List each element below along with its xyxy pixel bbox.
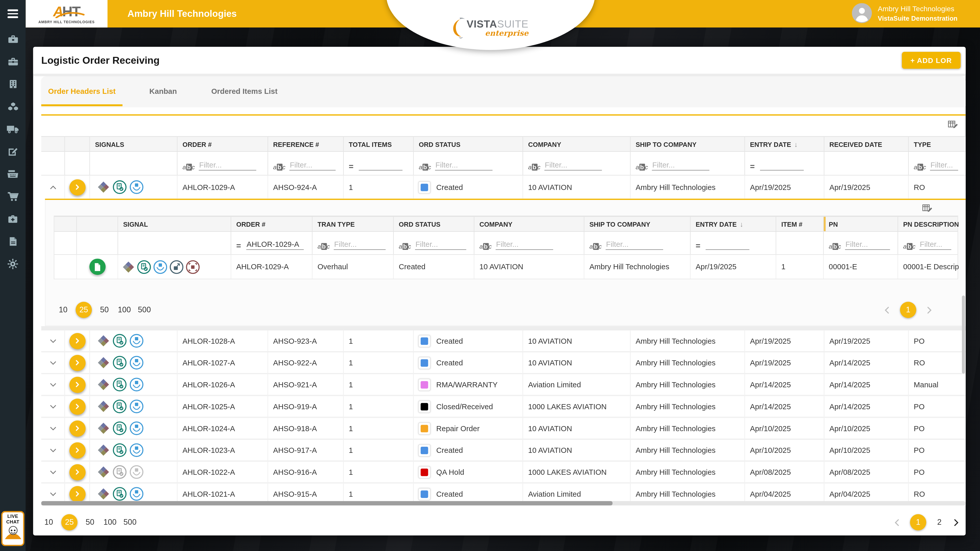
company-logo[interactable]: AHT AMBRY HILL TECHNOLOGIES (25, 0, 107, 27)
filter-input-ship-to-company[interactable]: Filter... (652, 160, 709, 171)
horizontal-scrollbar[interactable] (41, 501, 966, 505)
column-header-tran-type[interactable]: TRAN TYPE (312, 217, 394, 231)
gear-icon[interactable] (6, 258, 19, 270)
filter-operation-icon[interactable]: abc (636, 164, 648, 171)
column-header-total-items[interactable]: TOTAL ITEMS (344, 137, 414, 151)
open-order-button[interactable] (69, 333, 86, 349)
page-number-1[interactable]: 1 (900, 302, 916, 318)
table-row[interactable]: AHLOR-1023-A AHSO-917-A 1 Created 10 AVI… (41, 440, 966, 462)
table-row[interactable]: AHLOR-1026-A AHSO-921-A 1 RMA/WARRANTY A… (41, 374, 966, 396)
expand-row-button[interactable] (41, 396, 65, 417)
filter-operation-icon[interactable]: abc (914, 164, 926, 171)
open-order-button[interactable] (69, 486, 86, 502)
page-size-option-25[interactable]: 25 (75, 302, 92, 318)
page-size-option-50[interactable]: 50 (83, 518, 97, 527)
filter-operation-icon[interactable]: abc (829, 243, 841, 250)
open-item-document-button[interactable] (89, 259, 105, 275)
page-size-option-50[interactable]: 50 (97, 305, 112, 314)
tab-ordered-items-list[interactable]: Ordered Items List (204, 76, 285, 106)
medkit-icon[interactable] (6, 213, 19, 225)
column-header-ord-status[interactable]: ORD STATUS (394, 217, 474, 231)
filter-input-pn[interactable]: Filter... (845, 240, 890, 250)
open-order-button[interactable] (69, 179, 86, 195)
filter-operation-icon[interactable]: abc (182, 164, 195, 171)
table-row[interactable]: AHLOR-1022-A AHSO-916-A 1 QA Hold 1000 L… (41, 462, 966, 484)
filter-input-ord-status[interactable]: Filter... (415, 240, 466, 250)
column-header-ord-status[interactable]: ORD STATUS (414, 137, 523, 151)
open-order-button[interactable] (69, 398, 86, 414)
next-page-button[interactable] (926, 306, 932, 314)
filter-input-type[interactable]: Filter... (930, 160, 958, 171)
page-size-option-10[interactable]: 10 (41, 518, 56, 527)
compose-icon[interactable] (6, 146, 19, 158)
expand-row-button[interactable] (41, 418, 65, 438)
tab-order-headers-list[interactable]: Order Headers List (41, 76, 123, 106)
filter-input-order[interactable]: AHLOR-1029-A (246, 240, 303, 250)
detail-column-chooser-icon[interactable] (922, 203, 932, 214)
filter-input-pn-description[interactable]: Filter... (919, 240, 951, 250)
filter-input-reference[interactable]: Filter... (289, 160, 336, 171)
filter-input-ord-status[interactable]: Filter... (435, 160, 492, 171)
horizontal-scrollbar-thumb[interactable] (41, 501, 613, 505)
register-icon[interactable] (6, 168, 19, 181)
open-order-button[interactable] (69, 464, 86, 480)
filter-operation-icon[interactable]: abc (273, 164, 285, 171)
prev-page-button[interactable] (894, 518, 900, 527)
filter-input-ship-to-company[interactable]: Filter... (606, 240, 663, 250)
toolbox-icon[interactable] (6, 33, 19, 46)
column-header-entry-date[interactable]: ENTRY DATE ↓ (745, 137, 824, 151)
page-size-option-500[interactable]: 500 (123, 518, 137, 527)
column-header-signals[interactable]: SIGNALS (90, 137, 178, 151)
column-header-pn-description[interactable]: PN DESCRIPTION (898, 217, 959, 231)
filter-input-tran-type[interactable]: Filter... (334, 240, 386, 250)
page-number-2[interactable]: 2 (935, 518, 943, 527)
filter-input-order[interactable]: Filter... (199, 160, 256, 171)
prev-page-button[interactable] (884, 306, 891, 314)
table-row[interactable]: AHLOR-1025-A AHSO-919-A 1 Closed/Receive… (41, 396, 966, 418)
table-row[interactable]: AHLOR-1024-A AHSO-918-A 1 Repair Order 1… (41, 418, 966, 440)
column-header-signal[interactable]: SIGNAL (118, 217, 231, 231)
column-header-spacer[interactable] (54, 217, 77, 231)
column-header-pn[interactable]: PN (824, 217, 898, 231)
column-header-type[interactable]: TYPE (909, 137, 966, 151)
expand-row-button[interactable] (41, 330, 65, 351)
tab-kanban[interactable]: Kanban (123, 76, 204, 106)
table-row[interactable]: AHLOR-1029-A AHSO-924-A 1 Created 10 AVI… (41, 176, 966, 199)
page-size-option-10[interactable]: 10 (56, 305, 71, 314)
hamburger-menu-icon[interactable] (7, 7, 18, 20)
cart-icon[interactable] (6, 191, 19, 203)
filter-input-entry-date[interactable] (705, 240, 749, 250)
table-row[interactable]: AHLOR-1027-A AHSO-922-A 1 Created 10 AVI… (41, 353, 966, 374)
page-size-option-500[interactable]: 500 (137, 305, 152, 314)
briefcase-icon[interactable] (6, 56, 19, 68)
open-order-button[interactable] (69, 376, 86, 393)
column-header-ship-to-company[interactable]: SHIP TO COMPANY (584, 217, 691, 231)
filter-input-company[interactable]: Filter... (495, 240, 553, 250)
column-header-received-date[interactable]: RECEIVED DATE (824, 137, 909, 151)
expand-row-button[interactable] (41, 374, 65, 395)
filter-operation-icon[interactable]: abc (318, 243, 330, 250)
page-size-option-100[interactable]: 100 (117, 305, 132, 314)
filter-operation-icon[interactable]: abc (903, 243, 915, 250)
filter-operation-icon[interactable]: abc (479, 243, 492, 250)
filter-input-entry-date[interactable] (760, 160, 804, 171)
expand-row-button[interactable] (41, 353, 65, 373)
table-row[interactable]: AHLOR-1028-A AHSO-923-A 1 Created 10 AVI… (41, 330, 966, 353)
column-chooser-icon[interactable] (948, 119, 958, 130)
column-header-go[interactable] (65, 137, 90, 151)
column-header-company[interactable]: COMPANY (474, 217, 584, 231)
expand-row-button[interactable] (41, 440, 65, 460)
column-header-doc[interactable] (77, 217, 118, 231)
filter-input-total-items[interactable] (358, 160, 402, 171)
column-header-entry-date[interactable]: ENTRY DATE ↓ (691, 217, 776, 231)
filter-operation-icon[interactable]: abc (419, 164, 431, 171)
building-icon[interactable] (6, 78, 19, 91)
open-order-button[interactable] (69, 442, 86, 459)
filter-input-company[interactable]: Filter... (544, 160, 601, 171)
live-chat-button[interactable]: LIVECHAT (1, 511, 24, 546)
column-header-reference[interactable]: REFERENCE # (268, 137, 344, 151)
open-order-button[interactable] (69, 420, 86, 437)
user-menu[interactable]: Ambry Hill Technologies VistaSuite Demon… (852, 3, 958, 23)
column-header-expand[interactable] (41, 137, 65, 151)
vertical-scrollbar-thumb[interactable] (962, 295, 965, 373)
